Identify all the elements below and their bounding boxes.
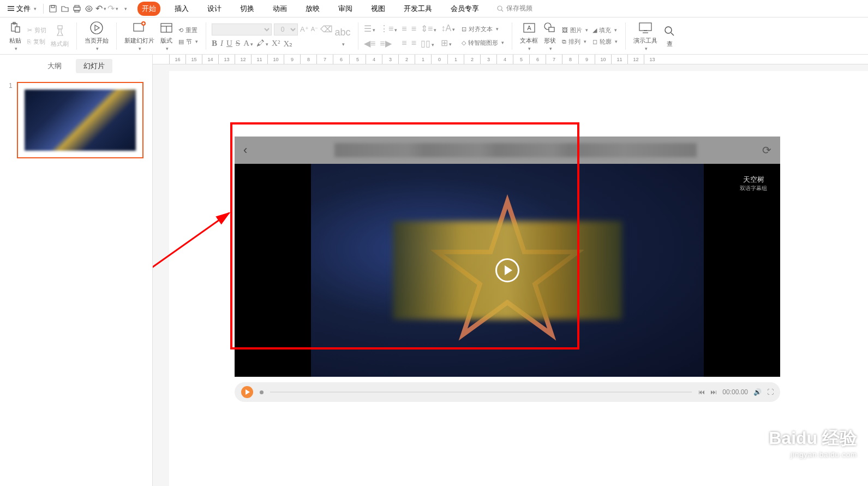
sidebar-tab-slides[interactable]: 幻灯片 [76, 59, 112, 73]
svg-line-29 [153, 213, 229, 344]
save-icon[interactable] [47, 3, 59, 15]
video-object[interactable]: ‹ ⟳ 天空树 双语字幕组 [235, 137, 780, 402]
align-text-label: 对齐文本 [469, 25, 493, 33]
reset-button[interactable]: ⟲重置 [176, 25, 200, 35]
layout-button[interactable]: 版式▾ [157, 19, 176, 52]
svg-point-6 [498, 6, 502, 10]
increase-indent-icon[interactable]: ≡▶ [380, 38, 391, 49]
vertical-text-icon[interactable]: ⊞▾ [441, 38, 455, 48]
increase-font-icon[interactable]: A⁺ [300, 25, 309, 33]
undo-icon[interactable]: ↶▾ [95, 3, 107, 15]
sidebar-tab-outline[interactable]: 大纲 [40, 59, 69, 73]
bullets-icon[interactable]: ☰▾ [364, 23, 375, 34]
font-size-select[interactable]: 0 [274, 23, 298, 35]
cut-button[interactable]: ✂剪切 [25, 25, 49, 35]
fill-button[interactable]: ◢填充▾ [590, 25, 620, 35]
slide-number: 1 [9, 82, 13, 158]
play-button[interactable] [241, 386, 253, 398]
format-painter-label: 格式刷 [51, 40, 69, 48]
svg-rect-24 [639, 23, 651, 31]
separator [625, 22, 626, 50]
subscript-button[interactable]: X₂ [283, 39, 292, 49]
svg-point-5 [88, 8, 90, 10]
tab-review[interactable]: 审阅 [334, 2, 357, 16]
align-justify-icon[interactable]: ≡ [411, 38, 416, 48]
paste-button[interactable]: 粘贴▾ [5, 19, 25, 52]
text-direction-icon[interactable]: ↕A▾ [441, 23, 455, 33]
print-icon[interactable] [71, 3, 83, 15]
highlight-button[interactable]: 🖍▾ [256, 39, 268, 48]
strike-button[interactable]: S [236, 39, 240, 48]
numbering-icon[interactable]: ⋮≡▾ [380, 23, 397, 34]
superscript-button[interactable]: X² [272, 39, 280, 48]
from-current-button[interactable]: 当页开始▾ [82, 19, 111, 52]
arrange-button[interactable]: ⧉排列▾ [560, 37, 590, 47]
cut-label: 剪切 [34, 26, 46, 34]
magnifier-icon [662, 23, 677, 39]
textbox-button[interactable]: A 文本框▾ [518, 19, 540, 52]
tab-view[interactable]: 视图 [367, 2, 390, 16]
decrease-font-icon[interactable]: A⁻ [311, 26, 318, 33]
underline-button[interactable]: U [226, 39, 232, 48]
svg-rect-23 [549, 27, 554, 32]
shape-icon [542, 20, 558, 35]
redo-icon[interactable]: ↷▾ [107, 3, 119, 15]
smartart-icon: ◇ [462, 39, 466, 46]
new-slide-button[interactable]: 新建幻灯片▾ [122, 19, 157, 52]
reset-icon: ⟲ [178, 27, 183, 34]
playhead-dot[interactable] [260, 390, 264, 394]
picture-button[interactable]: 🖼图片▾ [560, 25, 590, 35]
slide-thumbnail[interactable]: 1 [9, 82, 143, 158]
shape-label: 形状 [544, 37, 556, 45]
forward-button[interactable]: ⏭ [710, 388, 717, 396]
save-video-button[interactable]: 保存视频 [496, 4, 532, 13]
format-painter-button[interactable]: 格式刷 [49, 22, 71, 49]
preview-icon[interactable] [83, 3, 95, 15]
font-color-button[interactable]: A▾ [243, 39, 253, 48]
tab-animation[interactable]: 动画 [268, 2, 291, 16]
tab-start[interactable]: 开始 [137, 2, 160, 16]
char-spacing-button[interactable]: abc ▾ [333, 24, 352, 48]
shape-button[interactable]: 形状▾ [540, 19, 560, 52]
more-qa-icon[interactable]: ▾ [119, 3, 131, 15]
tab-slideshow[interactable]: 放映 [301, 2, 324, 16]
play-overlay-button[interactable] [495, 258, 519, 282]
ribbon-tabs: 开始 插入 设计 切换 动画 放映 审阅 视图 开发工具 会员专享 [137, 2, 483, 16]
tab-design[interactable]: 设计 [203, 2, 226, 16]
smartart-button[interactable]: ◇转智能图形▾ [459, 38, 506, 48]
outline-button[interactable]: ◻轮廓▾ [590, 37, 620, 47]
align-right-icon[interactable]: ≡ [402, 38, 406, 48]
align-left-icon[interactable]: ≡ [402, 24, 406, 34]
search-icon [496, 5, 504, 13]
section-button[interactable]: ▤节▾ [176, 37, 200, 47]
refresh-icon[interactable]: ⟳ [762, 144, 771, 157]
italic-button[interactable]: I [220, 39, 223, 48]
align-center-icon[interactable]: ≡ [411, 24, 416, 34]
tab-member[interactable]: 会员专享 [446, 2, 483, 16]
watermark-top: 天空树 [740, 175, 767, 185]
tab-transition[interactable]: 切换 [236, 2, 259, 16]
align-text-button[interactable]: ⊡对齐文本▾ [459, 24, 506, 34]
file-menu[interactable]: 文件 ▾ [4, 3, 40, 15]
volume-icon[interactable]: 🔊 [753, 388, 762, 396]
bold-button[interactable]: B [212, 39, 217, 48]
present-tools-button[interactable]: 演示工具▾ [631, 19, 660, 52]
find-button[interactable]: 查 [660, 22, 679, 49]
copy-button[interactable]: ⎘复制 [25, 37, 49, 47]
find-label: 查 [667, 40, 673, 48]
fullscreen-icon[interactable]: ⛶ [767, 388, 774, 396]
tab-devtools[interactable]: 开发工具 [399, 2, 436, 16]
timeline-track[interactable] [270, 392, 692, 393]
back-icon[interactable]: ‹ [243, 143, 247, 157]
open-icon[interactable] [59, 3, 71, 15]
font-family-select[interactable] [212, 23, 272, 35]
rewind-button[interactable]: ⏮ [698, 388, 705, 396]
decrease-indent-icon[interactable]: ◀≡ [364, 38, 375, 49]
tab-insert[interactable]: 插入 [170, 2, 193, 16]
watermark-url: jingyan.baidu.com [750, 451, 857, 459]
slide-canvas[interactable]: ‹ ⟳ 天空树 双语字幕组 [169, 71, 868, 486]
line-spacing-icon[interactable]: ⇕≡▾ [421, 23, 436, 34]
columns-icon[interactable]: ▯▯▾ [421, 38, 436, 49]
clear-format-icon[interactable]: ⌫ [320, 24, 333, 34]
outline-icon: ◻ [592, 38, 597, 45]
